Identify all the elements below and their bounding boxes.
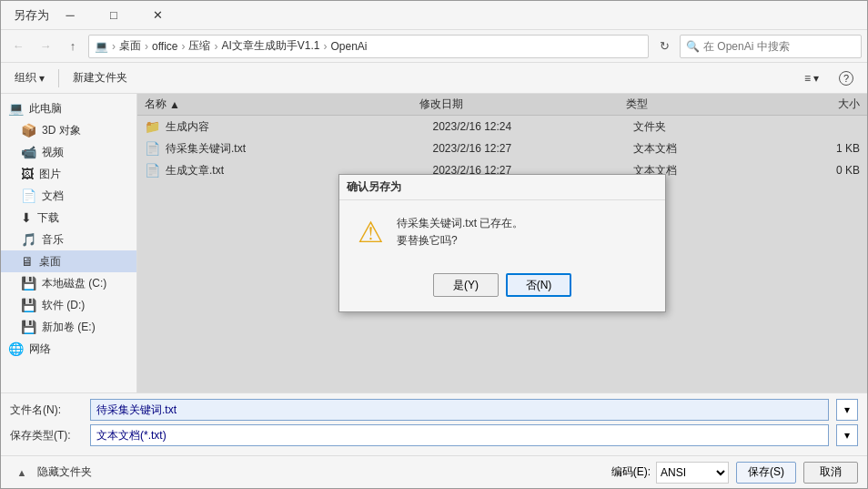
- sidebar-item-3d[interactable]: 📦 3D 对象: [1, 119, 136, 141]
- toolbar: 组织 ▾ 新建文件夹 ≡ ▾ ?: [1, 63, 867, 94]
- sidebar-item-downloads[interactable]: ⬇ 下载: [1, 207, 136, 229]
- maximize-button[interactable]: □: [93, 2, 135, 29]
- filetype-dropdown[interactable]: ▾: [836, 424, 858, 446]
- title-bar-controls: ─ □ ✕: [49, 2, 178, 29]
- dialog-line1: 待采集关键词.txt 已存在。: [397, 215, 523, 232]
- sidebar-item-local-c[interactable]: 💾 本地磁盘 (C:): [1, 272, 136, 294]
- search-input[interactable]: [703, 40, 855, 53]
- local-c-icon: 💾: [21, 276, 36, 290]
- pc-icon: 💻: [8, 101, 24, 116]
- encoding-label: 编码(E):: [611, 464, 651, 480]
- filetype-label: 保存类型(T):: [10, 428, 83, 443]
- hide-files-button[interactable]: ▲: [10, 461, 34, 484]
- new-folder-label: 新建文件夹: [73, 70, 127, 86]
- sidebar-item-label-local-c: 本地磁盘 (C:): [42, 276, 106, 291]
- 3d-icon: 📦: [21, 123, 36, 138]
- organize-label: 组织: [15, 70, 36, 86]
- breadcrumb-compress[interactable]: 压缩: [188, 38, 210, 54]
- encoding-select[interactable]: ANSI UTF-8 UTF-16: [656, 462, 729, 484]
- dialog-yes-button[interactable]: 是(Y): [433, 273, 499, 297]
- filename-input[interactable]: [90, 399, 829, 421]
- sidebar-item-label-video: 视频: [42, 145, 64, 160]
- back-button[interactable]: ←: [6, 35, 30, 58]
- forward-button[interactable]: →: [34, 35, 57, 58]
- view-button[interactable]: ≡ ▾: [798, 67, 825, 89]
- bottom-bar: 文件名(N): ▾ 保存类型(T): ▾: [1, 392, 867, 455]
- sidebar-item-label-desktop: 桌面: [39, 254, 61, 270]
- dialog-no-button[interactable]: 否(N): [506, 273, 571, 297]
- footer-right: 编码(E): ANSI UTF-8 UTF-16 保存(S) 取消: [611, 462, 858, 484]
- sidebar-item-label-pictures: 图片: [39, 167, 61, 182]
- new-folder-button[interactable]: 新建文件夹: [66, 67, 134, 89]
- breadcrumb-sep3: ›: [181, 40, 185, 53]
- breadcrumb-pc: 💻: [95, 40, 108, 53]
- filename-dropdown[interactable]: ▾: [836, 399, 858, 421]
- up-button[interactable]: ↑: [61, 35, 85, 58]
- filetype-row: 保存类型(T): ▾: [10, 424, 858, 446]
- sidebar-item-label-new-e: 新加卷 (E:): [42, 320, 96, 335]
- desktop-icon: 🖥: [21, 254, 34, 269]
- pictures-icon: 🖼: [21, 167, 34, 181]
- video-icon: 📹: [21, 145, 36, 159]
- sidebar-item-label-pc: 此电脑: [29, 101, 62, 117]
- sidebar-item-desktop[interactable]: 🖥 桌面: [1, 250, 136, 272]
- organize-button[interactable]: 组织 ▾: [8, 67, 51, 89]
- address-bar: ← → ↑ 💻 › 桌面 › office › 压缩 › AI文章生成助手V1.…: [1, 30, 867, 63]
- sidebar-item-new-e[interactable]: 💾 新加卷 (E:): [1, 316, 136, 338]
- breadcrumb-openai[interactable]: OpenAi: [331, 40, 368, 53]
- network-icon: 🌐: [8, 341, 24, 356]
- sidebar-item-label-network: 网络: [29, 341, 51, 357]
- downloads-icon: ⬇: [21, 210, 32, 225]
- title-bar: 另存为 ─ □ ✕: [1, 1, 867, 30]
- dropdown-arrow-2: ▾: [844, 429, 850, 442]
- sidebar-item-label-3d: 3D 对象: [42, 123, 81, 138]
- sidebar-item-music[interactable]: 🎵 音乐: [1, 229, 136, 250]
- encoding-section: 编码(E): ANSI UTF-8 UTF-16: [611, 462, 729, 484]
- refresh-button[interactable]: ↻: [652, 35, 676, 58]
- view-icon: ≡: [804, 72, 811, 85]
- sidebar-item-label-docs: 文档: [42, 188, 64, 204]
- breadcrumb-desktop[interactable]: 桌面: [119, 38, 141, 54]
- sidebar-item-label-downloads: 下载: [37, 210, 59, 226]
- dialog-buttons: 是(Y) 否(N): [339, 264, 665, 311]
- dialog-title: 确认另存为: [347, 179, 401, 195]
- search-icon: 🔍: [686, 40, 700, 53]
- dialog-content: ⚠ 待采集关键词.txt 已存在。 要替换它吗?: [339, 200, 665, 264]
- sidebar-item-label-soft-d: 软件 (D:): [42, 298, 85, 313]
- sidebar-item-video[interactable]: 📹 视频: [1, 141, 136, 163]
- minimize-button[interactable]: ─: [49, 2, 91, 29]
- filename-label: 文件名(N):: [10, 402, 83, 418]
- footer-bar: ▲ 隐藏文件夹 编码(E): ANSI UTF-8 UTF-16 保存(S) 取…: [1, 455, 867, 488]
- filename-row: 文件名(N): ▾: [10, 399, 858, 421]
- soft-d-icon: 💾: [21, 298, 36, 312]
- warning-icon: ⚠: [358, 215, 384, 250]
- sidebar-item-soft-d[interactable]: 💾 软件 (D:): [1, 294, 136, 316]
- sidebar-item-docs[interactable]: 📄 文档: [1, 185, 136, 207]
- new-e-icon: 💾: [21, 320, 36, 334]
- dialog-title-bar: 确认另存为: [339, 175, 665, 200]
- toolbar-separator: [58, 69, 59, 87]
- confirm-dialog: 确认另存为 ⚠ 待采集关键词.txt 已存在。 要替换它吗? 是(Y) 否(N): [338, 174, 666, 312]
- close-button[interactable]: ✕: [136, 2, 178, 29]
- search-box[interactable]: 🔍: [680, 35, 862, 58]
- music-icon: 🎵: [21, 232, 36, 247]
- dropdown-arrow-1: ▾: [844, 403, 850, 416]
- view-arrow: ▾: [813, 72, 819, 85]
- main-content: 💻 此电脑 📦 3D 对象 📹 视频 🖼 图片 📄 文档 ⬇ 下载: [1, 94, 867, 392]
- help-icon: ?: [839, 71, 853, 86]
- dialog-message: 待采集关键词.txt 已存在。 要替换它吗?: [397, 215, 523, 250]
- breadcrumb-sep4: ›: [214, 40, 217, 53]
- cancel-button[interactable]: 取消: [803, 462, 858, 484]
- help-button[interactable]: ?: [833, 67, 860, 89]
- sidebar-item-label-music: 音乐: [42, 232, 64, 248]
- save-button[interactable]: 保存(S): [736, 462, 796, 484]
- breadcrumb[interactable]: 💻 › 桌面 › office › 压缩 › AI文章生成助手V1.1 › Op…: [88, 35, 649, 58]
- sidebar: 💻 此电脑 📦 3D 对象 📹 视频 🖼 图片 📄 文档 ⬇ 下载: [1, 94, 137, 392]
- filetype-input: [90, 424, 829, 446]
- sidebar-item-pc[interactable]: 💻 此电脑: [1, 97, 136, 119]
- breadcrumb-ai[interactable]: AI文章生成助手V1.1: [221, 38, 319, 54]
- sidebar-item-pictures[interactable]: 🖼 图片: [1, 163, 136, 185]
- breadcrumb-office[interactable]: office: [152, 40, 177, 53]
- breadcrumb-sep1: ›: [112, 40, 116, 53]
- sidebar-item-network[interactable]: 🌐 网络: [1, 338, 136, 360]
